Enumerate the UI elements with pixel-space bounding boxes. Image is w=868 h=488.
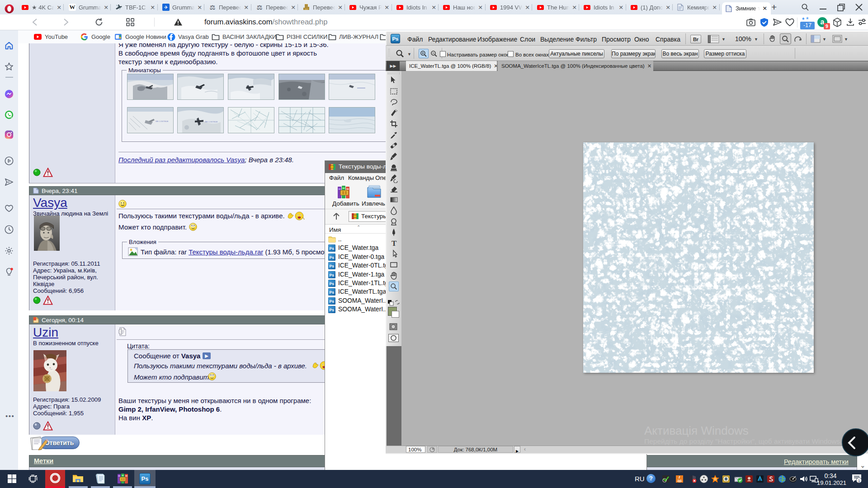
svg-text:WE CONTINUE: WE CONTINUE <box>156 120 169 122</box>
svg-text:Ps: Ps <box>330 264 335 268</box>
svg-text:Ps: Ps <box>330 299 335 304</box>
svg-text:Ps: Ps <box>330 282 335 286</box>
svg-text:1: 1 <box>858 479 860 483</box>
svg-text:Ps: Ps <box>330 246 335 251</box>
svg-text:Ps: Ps <box>330 290 335 295</box>
svg-text:Ps: Ps <box>330 308 335 312</box>
svg-text:WE CONTINUE: WE CONTINUE <box>205 121 218 123</box>
svg-text:T: T <box>392 239 397 248</box>
svg-text:Ps: Ps <box>330 255 335 260</box>
svg-text:Ps: Ps <box>330 273 335 277</box>
